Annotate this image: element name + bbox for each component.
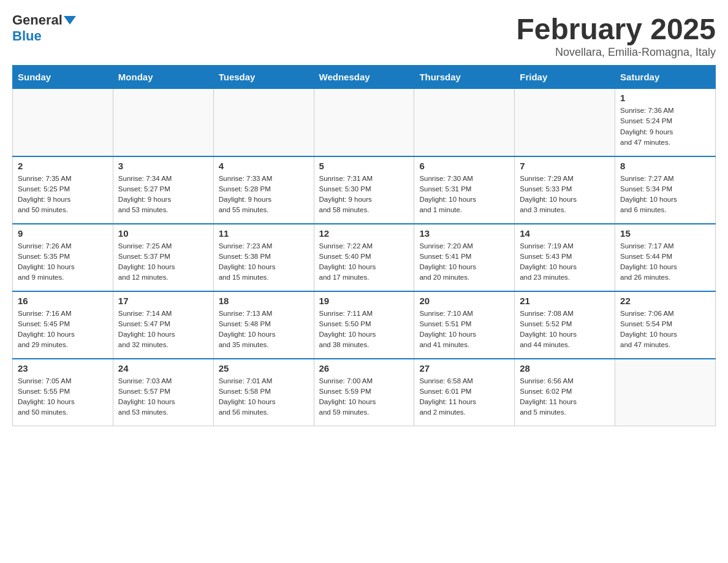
day-info: Sunrise: 7:17 AMSunset: 5:44 PMDaylight:… — [620, 241, 710, 283]
day-number: 10 — [118, 228, 208, 239]
calendar-day-cell — [414, 89, 515, 156]
day-info: Sunrise: 6:58 AMSunset: 6:01 PMDaylight:… — [419, 376, 509, 418]
day-info: Sunrise: 7:27 AMSunset: 5:34 PMDaylight:… — [620, 174, 710, 216]
day-number: 5 — [319, 161, 409, 171]
calendar-day-cell: 10Sunrise: 7:25 AMSunset: 5:37 PMDayligh… — [113, 224, 213, 291]
day-number: 17 — [118, 296, 208, 306]
day-number: 16 — [18, 296, 108, 306]
calendar-title: February 2025 — [516, 12, 716, 46]
day-number: 14 — [520, 228, 610, 239]
calendar-week-row: 16Sunrise: 7:16 AMSunset: 5:45 PMDayligh… — [13, 291, 716, 359]
calendar-week-row: 2Sunrise: 7:35 AMSunset: 5:25 PMDaylight… — [13, 156, 716, 224]
day-number: 1 — [620, 93, 710, 103]
calendar-day-cell — [213, 89, 314, 156]
day-number: 27 — [419, 363, 509, 373]
calendar-day-cell: 23Sunrise: 7:05 AMSunset: 5:55 PMDayligh… — [13, 359, 113, 426]
day-number: 22 — [620, 296, 710, 306]
calendar-day-cell: 5Sunrise: 7:31 AMSunset: 5:30 PMDaylight… — [314, 156, 414, 224]
calendar-day-cell: 17Sunrise: 7:14 AMSunset: 5:47 PMDayligh… — [113, 291, 213, 359]
day-info: Sunrise: 7:14 AMSunset: 5:47 PMDaylight:… — [118, 308, 208, 351]
calendar-day-cell: 3Sunrise: 7:34 AMSunset: 5:27 PMDaylight… — [113, 156, 213, 224]
weekday-header-saturday: Saturday — [615, 66, 716, 89]
calendar-day-cell: 7Sunrise: 7:29 AMSunset: 5:33 PMDaylight… — [515, 156, 615, 224]
logo-blue-text: Blue — [12, 28, 42, 44]
calendar-header: SundayMondayTuesdayWednesdayThursdayFrid… — [13, 66, 716, 89]
day-info: Sunrise: 7:11 AMSunset: 5:50 PMDaylight:… — [319, 308, 409, 351]
day-info: Sunrise: 7:05 AMSunset: 5:55 PMDaylight:… — [18, 376, 108, 418]
day-info: Sunrise: 7:20 AMSunset: 5:41 PMDaylight:… — [419, 241, 509, 283]
day-number: 2 — [18, 161, 108, 171]
day-number: 9 — [18, 228, 108, 239]
day-number: 19 — [319, 296, 409, 306]
calendar-day-cell: 25Sunrise: 7:01 AMSunset: 5:58 PMDayligh… — [213, 359, 314, 426]
calendar-day-cell — [113, 89, 213, 156]
day-number: 12 — [319, 228, 409, 239]
calendar-week-row: 1Sunrise: 7:36 AMSunset: 5:24 PMDaylight… — [13, 89, 716, 156]
day-info: Sunrise: 7:08 AMSunset: 5:52 PMDaylight:… — [520, 308, 610, 351]
calendar-day-cell: 6Sunrise: 7:30 AMSunset: 5:31 PMDaylight… — [414, 156, 515, 224]
calendar-day-cell — [515, 89, 615, 156]
day-number: 26 — [319, 363, 409, 373]
calendar-day-cell: 28Sunrise: 6:56 AMSunset: 6:02 PMDayligh… — [515, 359, 615, 426]
calendar-day-cell: 16Sunrise: 7:16 AMSunset: 5:45 PMDayligh… — [13, 291, 113, 359]
calendar-day-cell: 12Sunrise: 7:22 AMSunset: 5:40 PMDayligh… — [314, 224, 414, 291]
page-header: General Blue February 2025 Novellara, Em… — [12, 12, 716, 59]
calendar-day-cell: 18Sunrise: 7:13 AMSunset: 5:48 PMDayligh… — [213, 291, 314, 359]
day-info: Sunrise: 7:23 AMSunset: 5:38 PMDaylight:… — [219, 241, 309, 283]
weekday-header-monday: Monday — [113, 66, 213, 89]
day-number: 4 — [219, 161, 309, 171]
day-info: Sunrise: 7:16 AMSunset: 5:45 PMDaylight:… — [18, 308, 108, 351]
day-number: 8 — [620, 161, 710, 171]
calendar-day-cell: 24Sunrise: 7:03 AMSunset: 5:57 PMDayligh… — [113, 359, 213, 426]
day-info: Sunrise: 6:56 AMSunset: 6:02 PMDaylight:… — [520, 376, 610, 418]
day-number: 20 — [419, 296, 509, 306]
calendar-table: SundayMondayTuesdayWednesdayThursdayFrid… — [12, 65, 716, 426]
calendar-day-cell: 26Sunrise: 7:00 AMSunset: 5:59 PMDayligh… — [314, 359, 414, 426]
calendar-day-cell: 13Sunrise: 7:20 AMSunset: 5:41 PMDayligh… — [414, 224, 515, 291]
day-number: 24 — [118, 363, 208, 373]
day-number: 15 — [620, 228, 710, 239]
day-info: Sunrise: 7:06 AMSunset: 5:54 PMDaylight:… — [620, 308, 710, 351]
calendar-day-cell: 4Sunrise: 7:33 AMSunset: 5:28 PMDaylight… — [213, 156, 314, 224]
calendar-day-cell — [13, 89, 113, 156]
day-info: Sunrise: 7:33 AMSunset: 5:28 PMDaylight:… — [219, 174, 309, 216]
weekday-header-thursday: Thursday — [414, 66, 515, 89]
calendar-day-cell: 14Sunrise: 7:19 AMSunset: 5:43 PMDayligh… — [515, 224, 615, 291]
day-info: Sunrise: 7:10 AMSunset: 5:51 PMDaylight:… — [419, 308, 509, 351]
day-info: Sunrise: 7:34 AMSunset: 5:27 PMDaylight:… — [118, 174, 208, 216]
day-info: Sunrise: 7:26 AMSunset: 5:35 PMDaylight:… — [18, 241, 108, 283]
logo-general-text: General — [12, 12, 63, 28]
weekday-header-wednesday: Wednesday — [314, 66, 414, 89]
calendar-day-cell: 1Sunrise: 7:36 AMSunset: 5:24 PMDaylight… — [615, 89, 716, 156]
calendar-day-cell: 9Sunrise: 7:26 AMSunset: 5:35 PMDaylight… — [13, 224, 113, 291]
day-number: 6 — [419, 161, 509, 171]
day-info: Sunrise: 7:35 AMSunset: 5:25 PMDaylight:… — [18, 174, 108, 216]
calendar-day-cell: 22Sunrise: 7:06 AMSunset: 5:54 PMDayligh… — [615, 291, 716, 359]
day-number: 21 — [520, 296, 610, 306]
day-info: Sunrise: 7:19 AMSunset: 5:43 PMDaylight:… — [520, 241, 610, 283]
calendar-day-cell: 19Sunrise: 7:11 AMSunset: 5:50 PMDayligh… — [314, 291, 414, 359]
calendar-day-cell: 15Sunrise: 7:17 AMSunset: 5:44 PMDayligh… — [615, 224, 716, 291]
calendar-week-row: 23Sunrise: 7:05 AMSunset: 5:55 PMDayligh… — [13, 359, 716, 426]
title-block: February 2025 Novellara, Emilia-Romagna,… — [516, 12, 716, 59]
calendar-day-cell — [314, 89, 414, 156]
calendar-day-cell: 2Sunrise: 7:35 AMSunset: 5:25 PMDaylight… — [13, 156, 113, 224]
weekday-header-tuesday: Tuesday — [213, 66, 314, 89]
day-number: 3 — [118, 161, 208, 171]
logo-triangle-icon — [64, 16, 76, 25]
day-info: Sunrise: 7:22 AMSunset: 5:40 PMDaylight:… — [319, 241, 409, 283]
day-number: 23 — [18, 363, 108, 373]
calendar-subtitle: Novellara, Emilia-Romagna, Italy — [516, 46, 716, 59]
calendar-day-cell: 21Sunrise: 7:08 AMSunset: 5:52 PMDayligh… — [515, 291, 615, 359]
day-info: Sunrise: 7:25 AMSunset: 5:37 PMDaylight:… — [118, 241, 208, 283]
day-info: Sunrise: 7:00 AMSunset: 5:59 PMDaylight:… — [319, 376, 409, 418]
calendar-day-cell — [615, 359, 716, 426]
day-number: 11 — [219, 228, 309, 239]
calendar-day-cell: 27Sunrise: 6:58 AMSunset: 6:01 PMDayligh… — [414, 359, 515, 426]
logo: General Blue — [12, 12, 76, 44]
calendar-week-row: 9Sunrise: 7:26 AMSunset: 5:35 PMDaylight… — [13, 224, 716, 291]
day-info: Sunrise: 7:01 AMSunset: 5:58 PMDaylight:… — [219, 376, 309, 418]
day-info: Sunrise: 7:03 AMSunset: 5:57 PMDaylight:… — [118, 376, 208, 418]
weekday-header-row: SundayMondayTuesdayWednesdayThursdayFrid… — [13, 66, 716, 89]
day-info: Sunrise: 7:13 AMSunset: 5:48 PMDaylight:… — [219, 308, 309, 351]
